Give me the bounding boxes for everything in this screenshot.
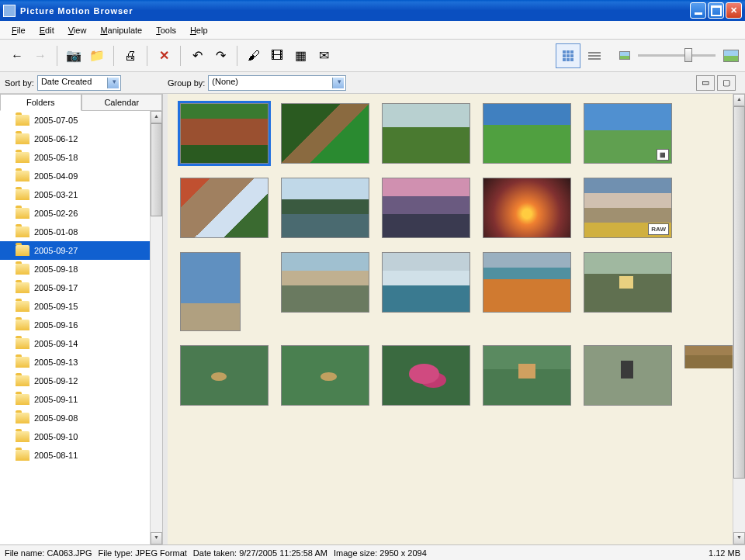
folder-item[interactable]: 2005-03-21 [0,185,162,204]
email-button[interactable]: ✉ [313,45,334,67]
thumbnail[interactable] [281,345,369,406]
sidebar: Folders Calendar 2005-07-052005-06-12200… [0,94,163,544]
folder-label: 2005-06-12 [34,134,78,143]
thumbnail[interactable]: ▦ [584,103,672,164]
scroll-down-button[interactable]: ▼ [733,532,745,544]
close-button[interactable] [726,2,742,19]
scroll-down-button[interactable]: ▼ [151,532,162,544]
menu-file[interactable]: File [5,23,33,37]
folder-item[interactable]: 2005-05-18 [0,148,162,167]
folder-icon [16,320,29,330]
folder-label: 2005-09-17 [34,283,78,292]
thumbnail[interactable] [180,345,269,406]
folder-item[interactable]: 2005-09-27 [0,241,162,260]
folder-label: 2005-04-09 [34,171,78,181]
groupby-label: Group by: [168,78,205,88]
folder-icon [16,152,29,163]
menu-edit[interactable]: Edit [33,23,61,37]
thumbnail[interactable] [584,252,672,313]
slideshow-button[interactable]: ▦ [289,45,311,67]
grid-view-button[interactable] [556,43,580,68]
thumbnail[interactable] [382,103,470,164]
edit-button[interactable]: 🖌 [243,45,265,67]
thumbnail[interactable] [382,252,470,313]
adjust-button[interactable]: 🎞 [266,45,288,67]
folder-icon [16,413,29,423]
menu-tools[interactable]: Tools [149,23,183,37]
rotate-right-button[interactable]: ↷ [210,45,231,67]
thumbnail[interactable] [180,252,241,331]
thumbnail[interactable] [382,345,470,406]
folder-label: 2005-09-27 [34,246,78,255]
tab-calendar[interactable]: Calendar [81,94,163,110]
folder-item[interactable]: 2005-09-16 [0,316,162,334]
thumbnail[interactable] [584,345,672,406]
forward-button[interactable]: → [29,45,51,67]
filmstrip-view-button[interactable]: ▭ [696,75,715,91]
folder-item[interactable]: 2005-09-12 [0,372,162,390]
folder-label: 2005-09-10 [34,432,78,441]
maximize-button[interactable] [708,2,724,19]
import-folder-button[interactable]: 📁 [86,45,108,67]
thumbnail[interactable] [281,103,369,164]
sidebar-tabs: Folders Calendar [0,94,162,111]
menubar: File Edit View Manipulate Tools Help [0,21,745,40]
folder-icon [16,301,29,312]
thumbnail[interactable] [180,178,269,238]
folder-item[interactable]: 2005-09-08 [0,409,162,427]
thumbnail[interactable]: RAW [584,178,672,238]
folder-item[interactable]: 2005-08-11 [0,446,162,465]
thumbnail[interactable] [180,103,269,164]
thumbnail[interactable] [483,345,571,406]
folder-label: 2005-09-11 [34,395,78,404]
status-imagesize: Image size: 2950 x 2094 [334,548,427,558]
app-icon [3,5,16,17]
scroll-thumb[interactable] [151,123,162,216]
sidebar-scrollbar[interactable]: ▲ ▼ [150,111,162,544]
menu-manipulate[interactable]: Manipulate [93,23,149,37]
import-camera-button[interactable]: 📷 [63,45,85,67]
folder-item[interactable]: 2005-09-17 [0,278,162,297]
thumbnail[interactable] [483,178,571,238]
folder-item[interactable]: 2005-09-11 [0,390,162,409]
fullscreen-view-button[interactable]: ▢ [717,75,736,91]
thumbnail-size-slider[interactable] [638,54,716,57]
delete-button[interactable]: ✕ [153,45,175,67]
folder-item[interactable]: 2005-09-18 [0,260,162,278]
scroll-thumb[interactable] [733,106,745,479]
folder-item[interactable]: 2005-06-12 [0,130,162,148]
folder-item[interactable]: 2005-09-15 [0,297,162,316]
folder-label: 2005-03-21 [34,190,78,199]
print-button[interactable]: 🖨 [120,45,141,67]
list-icon [588,52,601,60]
scroll-up-button[interactable]: ▲ [733,94,745,106]
thumbnail[interactable] [281,252,369,313]
slider-thumb[interactable] [684,48,692,62]
menu-view[interactable]: View [61,23,94,37]
folder-label: 2005-09-18 [34,264,78,274]
sortby-select[interactable]: Date Created [37,75,121,91]
folder-item[interactable]: 2005-09-10 [0,427,162,446]
folder-item[interactable]: 2005-04-09 [0,167,162,185]
groupby-select[interactable]: (None) [208,75,346,91]
thumbnail[interactable] [483,103,571,164]
tab-folders[interactable]: Folders [0,94,81,111]
thumbnail[interactable] [382,178,470,238]
folder-item[interactable]: 2005-07-05 [0,111,162,130]
rotate-left-button[interactable]: ↶ [186,45,208,67]
thumbnail[interactable] [281,178,369,238]
minimize-button[interactable] [690,2,706,19]
menu-help[interactable]: Help [183,23,215,37]
thumbnail[interactable] [483,252,571,313]
folder-item[interactable]: 2005-09-14 [0,334,162,353]
scroll-up-button[interactable]: ▲ [151,111,162,123]
folder-item[interactable]: 2005-09-13 [0,353,162,372]
content-scrollbar[interactable]: ▲ ▼ [733,94,745,544]
thumbnail-grid: ▦RAW [180,103,745,406]
folder-item[interactable]: 2005-01-08 [0,223,162,241]
folder-icon [16,357,29,368]
list-view-button[interactable] [582,43,607,68]
folder-icon [16,245,29,256]
back-button[interactable]: ← [6,45,28,67]
folder-item[interactable]: 2005-02-26 [0,204,162,223]
